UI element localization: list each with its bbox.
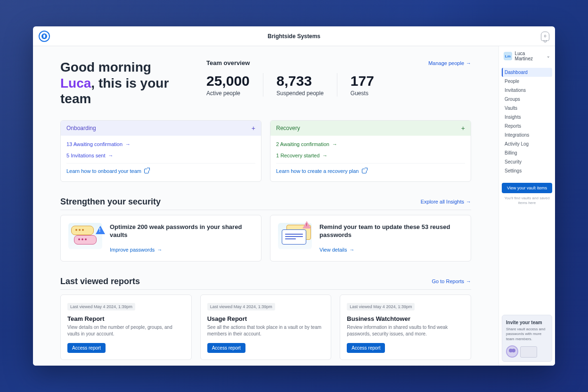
nav-item-invitations[interactable]: Invitations xyxy=(502,86,552,95)
manage-people-link[interactable]: Manage people→ xyxy=(428,60,471,66)
report-card: Last viewed May 4 2024, 1:39pm Usage Rep… xyxy=(200,294,332,360)
recovery-item[interactable]: 1 Recovery started→ xyxy=(276,150,465,161)
reused-passwords-illustration xyxy=(278,223,312,249)
app-window: Brightside Systems 0 Good morning Luca, … xyxy=(33,26,555,366)
arrow-right-icon: → xyxy=(157,247,162,253)
main-content: Good morning Luca, this is your team Tea… xyxy=(33,46,498,366)
weak-passwords-illustration xyxy=(68,223,102,249)
arrow-right-icon: → xyxy=(332,141,337,147)
nav-item-billing[interactable]: Billing xyxy=(502,148,552,157)
last-viewed-tag: Last viewed May 4 2024, 1:39pm xyxy=(67,303,135,310)
user-menu[interactable]: Lm Luca Martinez ⌄ xyxy=(502,50,552,62)
onboarding-learn-link[interactable]: Learn how to onboard your team xyxy=(66,163,255,177)
nav-item-vaults[interactable]: Vaults xyxy=(502,104,552,113)
user-avatar: Lm xyxy=(504,52,512,60)
access-report-button[interactable]: Access report xyxy=(207,343,245,353)
arrow-right-icon: → xyxy=(125,141,131,147)
view-details-link[interactable]: View details→ xyxy=(319,247,355,253)
recovery-card: Recovery + 2 Awaiting confirmation→ 1 Re… xyxy=(270,120,471,182)
stat-active: 25,000 Active people xyxy=(206,73,263,97)
access-report-button[interactable]: Access report xyxy=(347,343,385,353)
app-logo-icon[interactable] xyxy=(39,31,50,42)
chevron-down-icon: ⌄ xyxy=(547,54,550,58)
vault-hint: You'll find vaults and saved items here xyxy=(502,196,552,206)
nav-item-activity-log[interactable]: Activity Log xyxy=(502,139,552,148)
top-bar: Brightside Systems 0 xyxy=(33,26,555,46)
last-viewed-tag: Last viewed May 4 2024, 1:39pm xyxy=(347,303,415,310)
people-icon xyxy=(506,345,518,358)
nav-item-people[interactable]: People xyxy=(502,77,552,86)
recovery-add-icon[interactable]: + xyxy=(461,124,465,132)
warning-icon xyxy=(302,221,311,229)
recovery-title: Recovery xyxy=(276,125,300,131)
greeting: Good morning Luca, this is your team xyxy=(60,59,178,107)
nav-item-security[interactable]: Security xyxy=(502,157,552,166)
nav-item-reports[interactable]: Reports xyxy=(502,122,552,131)
explore-insights-link[interactable]: Explore all Insights→ xyxy=(421,199,471,204)
onboarding-add-icon[interactable]: + xyxy=(252,124,255,132)
onboarding-item[interactable]: 13 Awaiting confirmation→ xyxy=(66,139,255,150)
security-section-title: Strengthen your security xyxy=(60,197,161,207)
arrow-right-icon: → xyxy=(466,199,471,204)
nav-item-groups[interactable]: Groups xyxy=(502,95,552,104)
warning-icon xyxy=(96,226,105,234)
user-name: Luca Martinez xyxy=(515,51,544,61)
onboarding-title: Onboarding xyxy=(66,125,96,131)
insight-weak-passwords: Optimize 200 weak passwords in your shar… xyxy=(60,215,261,261)
greeting-name: Luca xyxy=(60,76,91,90)
external-link-icon xyxy=(362,169,367,173)
arrow-right-icon: → xyxy=(466,278,471,284)
reports-section-title: Last viewed reports xyxy=(60,277,140,286)
invite-team-card[interactable]: Invite your team Share vault access and … xyxy=(502,315,552,362)
nav-item-settings[interactable]: Settings xyxy=(502,166,552,175)
arrow-right-icon: → xyxy=(350,247,355,253)
arrow-right-icon: → xyxy=(322,153,327,158)
recovery-learn-link[interactable]: Learn how to create a recovery plan xyxy=(276,163,465,177)
right-sidebar: Lm Luca Martinez ⌄ DashboardPeopleInvita… xyxy=(498,46,555,366)
last-viewed-tag: Last viewed May 4 2024, 1:39pm xyxy=(207,303,275,310)
onboarding-card: Onboarding + 13 Awaiting confirmation→ 5… xyxy=(60,120,261,182)
nav-item-insights[interactable]: Insights xyxy=(502,113,552,122)
view-vault-items-button[interactable]: View your vault items xyxy=(502,183,552,193)
team-overview: Team overview Manage people→ 25,000 Acti… xyxy=(206,59,471,107)
nav-item-integrations[interactable]: Integrations xyxy=(502,131,552,139)
insight-reused-passwords: Remind your team to update these 53 reus… xyxy=(270,215,471,261)
go-to-reports-link[interactable]: Go to Reports→ xyxy=(432,278,471,284)
stat-guests: 177 Guests xyxy=(351,73,374,97)
report-card: Last viewed May 4 2024, 1:39pm Team Repo… xyxy=(60,294,192,360)
improve-passwords-link[interactable]: Improve passwords→ xyxy=(110,247,162,253)
invite-illustration xyxy=(506,345,548,358)
notifications-icon[interactable]: 0 xyxy=(541,32,549,41)
stat-suspended: 8,733 Suspended people xyxy=(277,73,337,97)
sidebar-nav: DashboardPeopleInvitationsGroupsVaultsIn… xyxy=(502,68,552,175)
arrow-right-icon: → xyxy=(466,60,471,66)
arrow-right-icon: → xyxy=(108,153,114,158)
nav-item-dashboard[interactable]: Dashboard xyxy=(502,68,552,77)
external-link-icon xyxy=(144,169,149,173)
access-report-button[interactable]: Access report xyxy=(67,343,106,353)
overview-title: Team overview xyxy=(206,59,250,66)
report-card: Last viewed May 4 2024, 1:39pm Business … xyxy=(340,294,471,360)
onboarding-item[interactable]: 5 Invitations sent→ xyxy=(66,150,255,161)
recovery-item[interactable]: 2 Awaiting confirmation→ xyxy=(276,139,465,150)
org-name: Brightside Systems xyxy=(268,33,320,40)
